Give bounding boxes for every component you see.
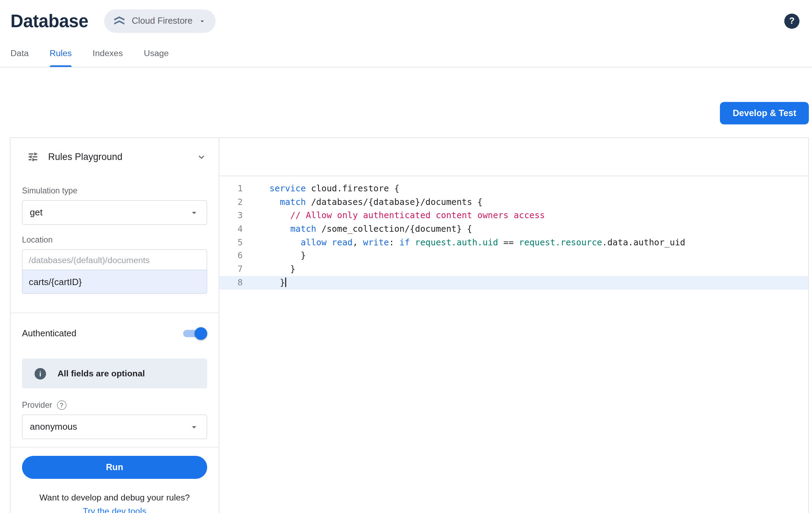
collapse-chevron-icon[interactable] — [196, 151, 207, 163]
line-number: 5 — [219, 236, 243, 249]
info-message: All fields are optional — [58, 369, 145, 379]
tab-usage[interactable]: Usage — [144, 43, 169, 67]
page-title: Database — [10, 11, 88, 31]
firestore-database-page: Database Cloud Firestore ? Data Rules In… — [0, 0, 812, 513]
location-path-input[interactable] — [22, 270, 207, 294]
help-icon[interactable]: ? — [784, 13, 800, 29]
line-number: 4 — [219, 222, 243, 236]
rules-playground-sidebar: Rules Playground Simulation type get Loc… — [10, 138, 219, 513]
dropdown-arrow-icon — [189, 207, 200, 218]
line-number: 8 — [219, 276, 243, 290]
code-line[interactable]: 6 } — [219, 249, 809, 263]
develop-test-row: Develop & Test — [0, 68, 812, 138]
product-selector-dropdown[interactable]: Cloud Firestore — [104, 9, 216, 33]
code-line[interactable]: 7 } — [219, 262, 809, 276]
rules-editor: 1service cloud.firestore {2 match /datab… — [219, 138, 809, 513]
rules-playground-body: Simulation type get Location Authenticat… — [10, 176, 219, 513]
line-text: service cloud.firestore { — [243, 182, 399, 196]
text-cursor — [285, 277, 286, 287]
code-line[interactable]: 1service cloud.firestore { — [219, 182, 809, 196]
help-glyph: ? — [789, 16, 795, 26]
dev-tools-link[interactable]: Try the dev tools — [22, 506, 207, 513]
run-button[interactable]: Run — [22, 456, 207, 479]
provider-help-icon[interactable]: ? — [57, 400, 66, 410]
tab-data[interactable]: Data — [10, 43, 29, 67]
code-line[interactable]: 5 allow read, write: if request.auth.uid… — [219, 236, 809, 249]
location-label: Location — [22, 235, 207, 245]
line-text: allow read, write: if request.auth.uid =… — [243, 236, 685, 249]
location-base-path-input[interactable] — [22, 250, 207, 270]
dev-tools-prompt: Want to develop and debug your rules? — [22, 492, 207, 503]
rules-playground-header[interactable]: Rules Playground — [10, 138, 219, 176]
tab-indexes[interactable]: Indexes — [93, 43, 123, 67]
line-text: match /databases/{database}/documents { — [243, 196, 482, 209]
info-icon: i — [35, 368, 46, 379]
simulation-type-value: get — [30, 207, 43, 218]
tab-bar: Data Rules Indexes Usage — [0, 38, 812, 68]
line-text: } — [243, 262, 295, 276]
line-text: } — [243, 249, 306, 263]
code-area[interactable]: 1service cloud.firestore {2 match /datab… — [219, 176, 809, 513]
authenticated-label: Authenticated — [22, 328, 76, 339]
product-selector-label: Cloud Firestore — [132, 16, 193, 26]
rules-panel: Rules Playground Simulation type get Loc… — [10, 138, 809, 513]
line-number: 3 — [219, 209, 243, 222]
line-text: } — [243, 276, 286, 290]
line-number: 2 — [219, 196, 243, 209]
toggle-knob — [195, 327, 207, 340]
page-header: Database Cloud Firestore ? — [0, 0, 812, 38]
code-line[interactable]: 8 } — [219, 276, 809, 290]
code-line[interactable]: 2 match /databases/{database}/documents … — [219, 196, 809, 209]
provider-value: anonymous — [30, 421, 77, 432]
divider — [10, 313, 219, 313]
firestore-icon — [112, 14, 126, 28]
divider — [10, 447, 219, 448]
line-number: 1 — [219, 182, 243, 196]
rules-playground-title: Rules Playground — [48, 151, 122, 162]
line-number: 7 — [219, 262, 243, 276]
chevron-down-icon — [198, 17, 206, 25]
line-number: 6 — [219, 249, 243, 263]
code-line[interactable]: 4 match /some_collection/{document} { — [219, 222, 809, 236]
line-text: // Allow only authenticated content owne… — [243, 209, 545, 222]
authenticated-row: Authenticated — [22, 327, 207, 340]
provider-label: Provider — [22, 400, 52, 410]
editor-toolbar — [219, 138, 809, 176]
simulation-type-select[interactable]: get — [22, 200, 207, 225]
develop-test-button[interactable]: Develop & Test — [720, 102, 809, 125]
authenticated-toggle[interactable] — [180, 327, 207, 340]
simulation-type-label: Simulation type — [22, 186, 207, 196]
dropdown-arrow-icon — [189, 422, 200, 432]
provider-label-row: Provider ? — [22, 400, 207, 410]
tune-icon — [27, 151, 39, 163]
provider-select[interactable]: anonymous — [22, 415, 207, 439]
info-banner: i All fields are optional — [22, 359, 207, 389]
line-text: match /some_collection/{document} { — [243, 222, 472, 236]
tab-rules[interactable]: Rules — [50, 43, 72, 67]
code-line[interactable]: 3 // Allow only authenticated content ow… — [219, 209, 809, 222]
